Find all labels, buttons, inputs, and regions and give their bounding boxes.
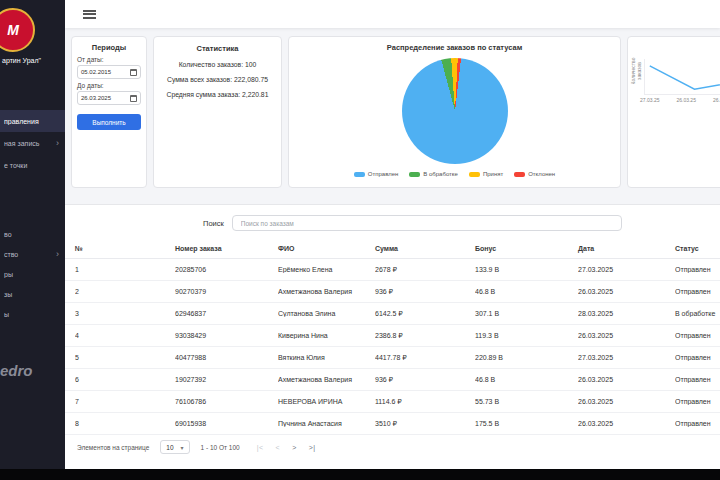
periods-title: Периоды bbox=[77, 43, 141, 52]
pie-legend: Отправлен В обработке Принят bbox=[354, 171, 555, 177]
cell-index: 1 bbox=[75, 266, 175, 273]
table-row[interactable]: 1 20285706 Ерёменко Елена 2678 ₽ 133.9 В… bbox=[65, 259, 720, 281]
orders-panel: Поиск № Номер заказа ФИО Сумма Бонус Дат… bbox=[65, 204, 720, 470]
sidebar-item-label: ры bbox=[4, 271, 59, 278]
pagination: |< < > >| bbox=[257, 444, 316, 451]
cell-status: Отправлен bbox=[675, 376, 720, 383]
legend-label: Отклонен bbox=[528, 171, 555, 177]
x-axis-labels: 27.03.25 26.03.25 26.03.25 bbox=[640, 97, 720, 103]
x-tick-label: 26.03.25 bbox=[676, 97, 695, 103]
pie-chart bbox=[402, 58, 508, 164]
cell-index: 8 bbox=[75, 420, 175, 427]
table-row[interactable]: 7 76106786 НЕВЕРОВА ИРИНА 1114.6 ₽ 55.73… bbox=[65, 391, 720, 413]
cell-sum: 936 ₽ bbox=[375, 288, 475, 296]
table-row[interactable]: 2 90270379 Ахметжанова Валерия 936 ₽ 46.… bbox=[65, 281, 720, 303]
sidebar-item[interactable]: во bbox=[0, 224, 65, 244]
table-row[interactable]: 6 19027392 Ахметжанова Валерия 936 ₽ 46.… bbox=[65, 369, 720, 391]
column-header[interactable]: Дата bbox=[578, 245, 675, 252]
column-header[interactable]: Статус bbox=[675, 245, 720, 252]
legend-item: Принят bbox=[469, 171, 503, 177]
sidebar: М артин Урал" правления ная запись › е т… bbox=[0, 0, 65, 480]
brand-logo-letter: М bbox=[7, 22, 19, 38]
column-header[interactable]: № bbox=[75, 245, 175, 252]
next-page-button[interactable]: > bbox=[292, 444, 297, 451]
sidebar-item[interactable]: ы bbox=[0, 304, 65, 324]
last-page-button[interactable]: >| bbox=[309, 444, 316, 451]
cell-bonus: 55.73 В bbox=[475, 398, 578, 405]
column-header[interactable]: ФИО bbox=[278, 245, 375, 252]
cell-date: 26.03.2025 bbox=[578, 332, 675, 339]
sidebar-item-label: ы bbox=[4, 311, 59, 318]
cell-name: Вяткина Юлия bbox=[278, 354, 375, 361]
table-row[interactable]: 4 93038429 Киверина Нина 2386.8 ₽ 119.3 … bbox=[65, 325, 720, 347]
sidebar-menu-bottom: во ство › ры зы ы bbox=[0, 224, 65, 324]
stats-title: Статистика bbox=[160, 44, 275, 53]
per-page-label: Элементов на странице bbox=[77, 444, 149, 451]
cell-sum: 6142.5 ₽ bbox=[375, 310, 475, 318]
cell-date: 26.03.2025 bbox=[578, 288, 675, 295]
x-tick-label: 26.03.25 bbox=[713, 97, 720, 103]
table-header-row: № Номер заказа ФИО Сумма Бонус Дата Стат… bbox=[65, 239, 720, 259]
legend-swatch bbox=[354, 172, 365, 177]
sidebar-item[interactable]: ство › bbox=[0, 244, 65, 264]
legend-swatch bbox=[469, 172, 480, 177]
sidebar-item[interactable]: ная запись › bbox=[0, 132, 65, 154]
brand-logo: М bbox=[0, 8, 35, 52]
cell-status: Отправлен bbox=[675, 266, 720, 273]
column-header[interactable]: Бонус bbox=[475, 245, 578, 252]
cell-order-number: 19027392 bbox=[175, 376, 278, 383]
cell-index: 3 bbox=[75, 310, 175, 317]
table-row[interactable]: 8 69015938 Пучнина Анастасия 3510 ₽ 175.… bbox=[65, 413, 720, 435]
stat-orders-count: Количество заказов: 100 bbox=[160, 61, 275, 68]
legend-swatch bbox=[514, 172, 525, 177]
column-header[interactable]: Номер заказа bbox=[175, 245, 278, 252]
cell-date: 27.03.2025 bbox=[578, 266, 675, 273]
cell-index: 5 bbox=[75, 354, 175, 361]
prev-page-button[interactable]: < bbox=[276, 444, 281, 451]
search-input[interactable] bbox=[232, 215, 622, 231]
run-button[interactable]: Выполнить bbox=[77, 114, 141, 130]
cell-sum: 2678 ₽ bbox=[375, 266, 475, 274]
brand-name: артин Урал" bbox=[2, 57, 41, 64]
per-page-select[interactable]: 10 ▾ bbox=[160, 440, 189, 454]
first-page-button[interactable]: |< bbox=[257, 444, 264, 451]
sidebar-item[interactable]: правления bbox=[0, 110, 65, 132]
to-date-label: До даты: bbox=[77, 82, 141, 89]
cell-order-number: 20285706 bbox=[175, 266, 278, 273]
sidebar-item[interactable]: е точки bbox=[0, 154, 65, 176]
calendar-icon[interactable] bbox=[130, 95, 137, 102]
sidebar-menu-top: правления ная запись › е точки bbox=[0, 110, 65, 176]
cell-order-number: 69015938 bbox=[175, 420, 278, 427]
from-date-input[interactable]: 05.02.2015 bbox=[77, 65, 141, 79]
search-label: Поиск bbox=[203, 219, 224, 228]
calendar-icon[interactable] bbox=[130, 69, 137, 76]
cell-status: В обработке bbox=[675, 310, 720, 317]
legend-swatch bbox=[409, 172, 420, 177]
cell-bonus: 46.8 В bbox=[475, 288, 578, 295]
cell-status: Отправлен bbox=[675, 332, 720, 339]
cell-name: Ахметжанова Валерия bbox=[278, 288, 375, 295]
sidebar-item[interactable]: ры bbox=[0, 264, 65, 284]
legend-item: Отправлен bbox=[354, 171, 399, 177]
table-row[interactable]: 5 40477988 Вяткина Юлия 4417.78 ₽ 220.89… bbox=[65, 347, 720, 369]
to-date-input[interactable]: 26.03.2025 bbox=[77, 91, 141, 105]
cell-sum: 1114.6 ₽ bbox=[375, 398, 475, 406]
app-window: М артин Урал" правления ная запись › е т… bbox=[0, 0, 720, 480]
cell-status: Отправлен bbox=[675, 398, 720, 405]
table-row[interactable]: 3 62946837 Султанова Элина 6142.5 ₽ 307.… bbox=[65, 303, 720, 325]
periods-card: Периоды От даты: 05.02.2015 До даты: 26.… bbox=[71, 36, 147, 188]
stat-orders-total: Сумма всех заказов: 222,080.75 bbox=[160, 76, 275, 83]
sidebar-item-label: правления bbox=[4, 118, 59, 125]
cards-row: Периоды От даты: 05.02.2015 До даты: 26.… bbox=[65, 28, 720, 188]
column-header[interactable]: Сумма bbox=[375, 245, 475, 252]
table-body: 1 20285706 Ерёменко Елена 2678 ₽ 133.9 В… bbox=[65, 259, 720, 435]
from-date-label: От даты: bbox=[77, 56, 141, 63]
cell-name: НЕВЕРОВА ИРИНА bbox=[278, 398, 375, 405]
topbar bbox=[65, 0, 720, 28]
to-date-value: 26.03.2025 bbox=[81, 95, 111, 101]
hamburger-menu-icon[interactable] bbox=[83, 10, 96, 19]
cell-status: Отправлен bbox=[675, 420, 720, 427]
cell-index: 2 bbox=[75, 288, 175, 295]
chevron-right-icon: › bbox=[56, 250, 59, 259]
sidebar-item[interactable]: зы bbox=[0, 284, 65, 304]
